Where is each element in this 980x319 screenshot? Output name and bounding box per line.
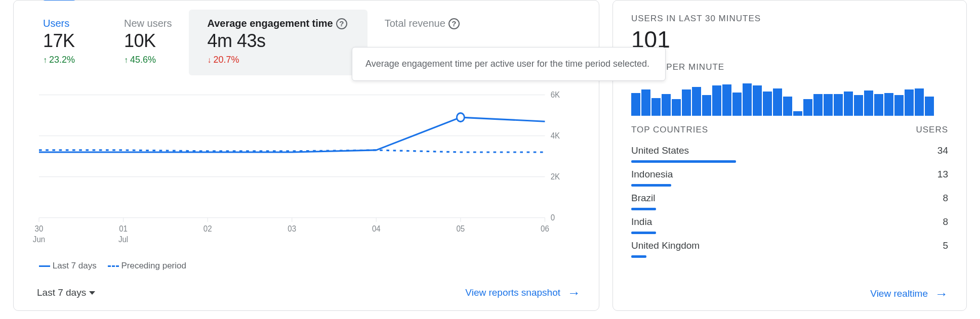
spark-bar bbox=[915, 88, 924, 116]
spark-bar bbox=[651, 98, 661, 116]
spark-bar bbox=[803, 99, 812, 116]
metric-delta: ↑23.2% bbox=[43, 55, 90, 65]
countries-header-right: USERS bbox=[916, 125, 948, 135]
svg-text:0: 0 bbox=[551, 212, 555, 222]
spark-bar bbox=[702, 95, 711, 116]
users-per-minute-label: USERS PER MINUTE bbox=[631, 62, 948, 72]
metric-label: Total revenue? bbox=[385, 18, 460, 29]
country-row[interactable]: United Kingdom5 bbox=[631, 234, 948, 258]
spark-bar bbox=[641, 89, 650, 116]
svg-text:04: 04 bbox=[372, 223, 381, 233]
arrow-down-icon: ↓ bbox=[207, 56, 211, 64]
spark-bar bbox=[905, 89, 914, 116]
svg-text:30: 30 bbox=[35, 223, 44, 233]
arrow-up-icon: ↑ bbox=[43, 56, 47, 64]
view-realtime-link[interactable]: View realtime → bbox=[870, 287, 948, 300]
spark-bar bbox=[925, 97, 934, 116]
range-label: Last 7 days bbox=[37, 287, 86, 298]
users-per-minute-chart bbox=[631, 81, 948, 116]
spark-bar bbox=[763, 92, 772, 116]
country-name: Brazil bbox=[631, 193, 656, 204]
spark-bar bbox=[834, 94, 843, 116]
metric-value: 4m 43s bbox=[207, 30, 347, 52]
svg-text:Jul: Jul bbox=[118, 234, 128, 244]
svg-text:02: 02 bbox=[203, 223, 212, 233]
link-label: View reports snapshot bbox=[465, 287, 560, 298]
metric-label: Average engagement time? bbox=[207, 18, 347, 29]
svg-point-24 bbox=[457, 113, 464, 122]
spark-bar bbox=[884, 93, 893, 116]
spark-bar bbox=[854, 95, 863, 116]
spark-bar bbox=[753, 85, 762, 116]
metric-label: New users bbox=[124, 18, 172, 29]
legend-item-previous: Preceding period bbox=[108, 261, 186, 271]
metric-value: 17K bbox=[43, 30, 90, 52]
spark-bar bbox=[672, 99, 681, 116]
spark-bar bbox=[813, 94, 823, 116]
country-row[interactable]: United States34 bbox=[631, 139, 948, 163]
country-name: India bbox=[631, 216, 652, 227]
arrow-right-icon: → bbox=[567, 286, 581, 299]
spark-bar bbox=[793, 111, 802, 116]
country-bar bbox=[631, 255, 646, 258]
top-countries-list: United States34Indonesia13Brazil8India8U… bbox=[631, 139, 948, 258]
metric-tab-avg-engagement[interactable]: Average engagement time?4m 43s↓20.7% bbox=[189, 10, 367, 75]
spark-bar bbox=[894, 95, 904, 116]
spark-bar bbox=[631, 93, 640, 116]
spark-bar bbox=[682, 89, 691, 116]
svg-text:4K: 4K bbox=[551, 130, 560, 140]
country-users: 8 bbox=[943, 193, 948, 204]
metric-tab-new-users[interactable]: New users10K↑45.6% bbox=[107, 10, 189, 75]
spark-bar bbox=[864, 90, 873, 116]
svg-text:06: 06 bbox=[541, 223, 549, 233]
spark-bar bbox=[783, 97, 792, 116]
spark-bar bbox=[743, 83, 752, 116]
link-label: View realtime bbox=[870, 288, 928, 299]
country-row[interactable]: Brazil8 bbox=[631, 187, 948, 210]
country-row[interactable]: India8 bbox=[631, 210, 948, 234]
realtime-title: USERS IN LAST 30 MINUTES bbox=[631, 14, 948, 24]
country-name: Indonesia bbox=[631, 169, 673, 180]
country-users: 13 bbox=[937, 169, 948, 180]
realtime-card: USERS IN LAST 30 MINUTES 101 USERS PER M… bbox=[612, 0, 967, 311]
spark-bar bbox=[722, 84, 731, 116]
realtime-user-count: 101 bbox=[631, 26, 948, 53]
tooltip-text: Average engagement time per active user … bbox=[365, 59, 649, 69]
overview-card: Users17K↑23.2%New users10K↑45.6%Average … bbox=[13, 0, 599, 311]
spark-bar bbox=[712, 85, 721, 116]
arrow-right-icon: → bbox=[935, 287, 948, 300]
metric-value: 10K bbox=[124, 30, 172, 52]
svg-text:01: 01 bbox=[119, 223, 128, 233]
spark-bar bbox=[732, 93, 742, 116]
view-reports-snapshot-link[interactable]: View reports snapshot → bbox=[465, 286, 581, 299]
country-name: United States bbox=[631, 145, 689, 156]
svg-text:03: 03 bbox=[288, 223, 296, 233]
legend-item-current: Last 7 days bbox=[39, 261, 97, 271]
svg-text:Jun: Jun bbox=[33, 234, 45, 244]
arrow-up-icon: ↑ bbox=[124, 56, 128, 64]
spark-bar bbox=[662, 94, 671, 116]
countries-header-left: TOP COUNTRIES bbox=[631, 125, 708, 135]
country-users: 34 bbox=[937, 145, 948, 156]
spark-bar bbox=[874, 94, 883, 116]
svg-text:05: 05 bbox=[456, 223, 465, 233]
country-users: 5 bbox=[943, 240, 948, 251]
metric-delta: ↓20.7% bbox=[207, 55, 347, 65]
country-name: United Kingdom bbox=[631, 240, 700, 251]
metric-delta: ↑45.6% bbox=[124, 55, 172, 65]
spark-bar bbox=[773, 88, 782, 116]
svg-text:6K: 6K bbox=[551, 89, 560, 99]
spark-bar bbox=[844, 92, 853, 116]
spark-bar bbox=[824, 94, 833, 116]
date-range-picker[interactable]: Last 7 days bbox=[37, 287, 95, 298]
main-card-footer: Last 7 days View reports snapshot → bbox=[14, 275, 599, 310]
top-countries-header: TOP COUNTRIES USERS bbox=[631, 125, 948, 139]
caret-down-icon bbox=[89, 291, 95, 295]
help-icon[interactable]: ? bbox=[448, 18, 460, 29]
metric-tab-users[interactable]: Users17K↑23.2% bbox=[26, 10, 107, 75]
country-users: 8 bbox=[943, 216, 948, 227]
country-row[interactable]: Indonesia13 bbox=[631, 163, 948, 187]
help-icon[interactable]: ? bbox=[336, 18, 347, 29]
metric-help-tooltip: Average engagement time per active user … bbox=[352, 47, 666, 81]
metric-label: Users bbox=[43, 18, 90, 29]
